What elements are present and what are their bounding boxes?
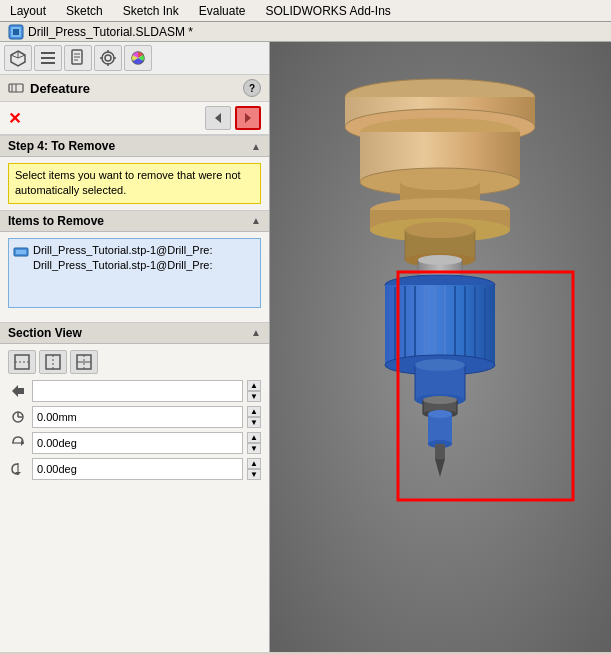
rotate-x-icon xyxy=(8,433,28,453)
panel-title: Defeature xyxy=(30,81,90,96)
svg-rect-87 xyxy=(435,444,445,459)
sv-toolbar xyxy=(8,350,261,374)
rotate-x-spinner: ▲ ▼ xyxy=(247,432,261,454)
offset-spin-up[interactable]: ▲ xyxy=(247,406,261,417)
sv-front-button[interactable] xyxy=(8,350,36,374)
help-button[interactable]: ? xyxy=(243,79,261,97)
svg-rect-30 xyxy=(46,355,60,369)
direction-input[interactable] xyxy=(32,380,243,402)
svg-point-63 xyxy=(418,255,462,265)
input-row-3: ▲ ▼ xyxy=(8,432,261,454)
step-collapse-icon[interactable]: ▲ xyxy=(251,141,261,152)
offset-spinner: ▲ ▼ xyxy=(247,406,261,428)
svg-line-6 xyxy=(11,55,18,58)
step-section-header: Step 4: To Remove ▲ xyxy=(0,135,269,157)
rotate-x-spin-up[interactable]: ▲ xyxy=(247,432,261,443)
svg-point-54 xyxy=(400,174,480,190)
step-title: Step 4: To Remove xyxy=(8,139,115,153)
step-message: Select items you want to remove that wer… xyxy=(8,163,261,204)
svg-point-14 xyxy=(102,52,114,64)
component-icon xyxy=(13,244,29,260)
svg-rect-66 xyxy=(385,285,495,365)
3d-model-svg xyxy=(270,42,611,652)
forward-button[interactable] xyxy=(235,106,261,130)
input-row-2: ▲ ▼ xyxy=(8,406,261,428)
svg-marker-25 xyxy=(245,113,251,123)
svg-rect-27 xyxy=(16,250,26,254)
items-list[interactable]: Drill_Press_Tutorial.stp-1@Drill_Pre: Dr… xyxy=(8,238,261,308)
sv-side-button[interactable] xyxy=(39,350,67,374)
section-view-title: Section View xyxy=(8,326,82,340)
spin-down-button[interactable]: ▼ xyxy=(247,391,261,402)
svg-point-85 xyxy=(428,410,452,418)
target-button[interactable] xyxy=(94,45,122,71)
panel-actions: ✕ xyxy=(0,102,269,135)
section-view-section: ▲ ▼ ▲ ▼ xyxy=(0,344,269,490)
rotate-y-spinner: ▲ ▼ xyxy=(247,458,261,480)
direction-spinner: ▲ ▼ xyxy=(247,380,261,402)
cube-view-button[interactable] xyxy=(4,45,32,71)
appearance-button[interactable] xyxy=(124,45,152,71)
toolbar-row xyxy=(0,42,269,75)
offset-input[interactable] xyxy=(32,406,243,428)
viewport[interactable]: Drill_Press_Tutorial (Defa... xyxy=(270,42,611,652)
svg-point-82 xyxy=(423,396,457,404)
menu-sketch[interactable]: Sketch xyxy=(62,3,107,19)
title-bar: Drill_Press_Tutorial.SLDASM * xyxy=(0,22,611,42)
svg-line-5 xyxy=(18,55,25,58)
input-row-1: ▲ ▼ xyxy=(8,380,261,402)
step-info: Select items you want to remove that wer… xyxy=(0,157,269,210)
list-item: Drill_Press_Tutorial.stp-1@Drill_Pre: Dr… xyxy=(13,243,256,274)
items-collapse-icon[interactable]: ▲ xyxy=(251,215,261,226)
panel-header: Defeature ? xyxy=(0,75,269,102)
offset-icon xyxy=(8,407,28,427)
assembly-icon xyxy=(8,24,24,40)
left-panel: Defeature ? ✕ Step 4: To Remove ▲ Select… xyxy=(0,42,270,652)
rotate-y-spin-up[interactable]: ▲ xyxy=(247,458,261,469)
arrow-icon xyxy=(8,381,28,401)
svg-point-60 xyxy=(405,222,475,238)
back-button[interactable] xyxy=(205,106,231,130)
items-label: Items to Remove xyxy=(8,214,104,228)
offset-spin-down[interactable]: ▼ xyxy=(247,417,261,428)
spin-up-button[interactable]: ▲ xyxy=(247,380,261,391)
menu-evaluate[interactable]: Evaluate xyxy=(195,3,250,19)
rotate-y-input[interactable] xyxy=(32,458,243,480)
rotate-y-icon xyxy=(8,459,28,479)
list-view-button[interactable] xyxy=(34,45,62,71)
rotate-x-spin-down[interactable]: ▼ xyxy=(247,443,261,454)
svg-rect-7 xyxy=(41,52,55,54)
svg-marker-24 xyxy=(215,113,221,123)
menu-layout[interactable]: Layout xyxy=(6,3,50,19)
item-text-2: Drill_Press_Tutorial.stp-1@Drill_Pre: xyxy=(33,258,212,273)
svg-rect-84 xyxy=(428,414,452,444)
svg-marker-35 xyxy=(12,385,24,397)
menu-solidworks-addins[interactable]: SOLIDWORKS Add-Ins xyxy=(261,3,394,19)
document-title: Drill_Press_Tutorial.SLDASM * xyxy=(28,25,193,39)
rotate-y-spin-down[interactable]: ▼ xyxy=(247,469,261,480)
svg-rect-2 xyxy=(13,29,19,35)
defeature-icon xyxy=(8,80,24,96)
close-x-button[interactable]: ✕ xyxy=(8,109,21,128)
section-view-collapse-icon[interactable]: ▲ xyxy=(251,327,261,338)
menu-bar: Layout Sketch Sketch Ink Evaluate SOLIDW… xyxy=(0,0,611,22)
svg-rect-28 xyxy=(15,355,29,369)
input-row-4: ▲ ▼ xyxy=(8,458,261,480)
items-section: Drill_Press_Tutorial.stp-1@Drill_Pre: Dr… xyxy=(0,232,269,314)
svg-point-79 xyxy=(415,359,465,371)
rotate-x-input[interactable] xyxy=(32,432,243,454)
svg-point-15 xyxy=(105,55,111,61)
sv-top-button[interactable] xyxy=(70,350,98,374)
item-text-1: Drill_Press_Tutorial.stp-1@Drill_Pre: xyxy=(33,243,212,258)
section-view-header: Section View ▲ xyxy=(0,322,269,344)
svg-rect-8 xyxy=(41,57,55,59)
menu-sketch-ink[interactable]: Sketch Ink xyxy=(119,3,183,19)
items-section-header: Items to Remove ▲ xyxy=(0,210,269,232)
page-button[interactable] xyxy=(64,45,92,71)
svg-rect-9 xyxy=(41,62,55,64)
